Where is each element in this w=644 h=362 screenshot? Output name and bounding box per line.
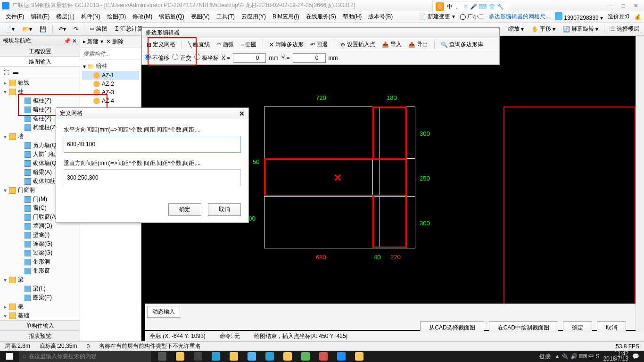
task-icon[interactable] (297, 351, 314, 362)
menu-bim[interactable]: BIM应用(I) (270, 12, 302, 22)
tree-item[interactable]: ▾基础 (2, 311, 78, 320)
ime-bar[interactable]: S 中 ， ☺ 🎤 ⌨ 👕 🔧 (432, 1, 507, 12)
clear-poly-button[interactable]: ✕ 清除多边形 (267, 40, 305, 49)
rotate-button[interactable]: 🔄 屏幕旋转 ▾ (561, 24, 600, 34)
menu-floor[interactable]: 楼层(L) (53, 12, 77, 22)
undo-button[interactable]: ↶▾ (57, 25, 68, 33)
new-component-button[interactable]: ▸ 新建 ▾ (83, 38, 103, 46)
dialog-cancel-button[interactable]: 取消 (208, 203, 241, 216)
taskview-icon[interactable] (154, 351, 171, 362)
y-input[interactable] (293, 53, 326, 63)
app-icon (2, 2, 9, 9)
tab-draw-input[interactable]: 绘图输入 (0, 57, 80, 67)
polar-radio[interactable]: 极坐标 (194, 54, 219, 62)
redo-button[interactable]: ↷ (72, 25, 80, 33)
cortana-search[interactable]: ○ 在这里输入你要搜索的内容 (19, 351, 151, 362)
x-input[interactable] (233, 53, 266, 63)
menu-help[interactable]: 帮助(H) (340, 12, 365, 22)
search-input[interactable] (80, 48, 141, 59)
tree-item[interactable]: ▸轴线 (2, 78, 78, 87)
tiny-btn2[interactable]: ▬ (13, 69, 18, 75)
tree-item[interactable]: 带形窗 (2, 266, 78, 275)
tray-icons[interactable]: ▲ 🔌 🔊 ⌨ 中 S (554, 353, 600, 361)
tree-item[interactable]: 连梁(G) (2, 239, 78, 248)
save-button[interactable]: 💾 (38, 25, 49, 33)
sogou-icon: S (436, 2, 444, 11)
dynamic-input-button[interactable]: 动态输入 (147, 306, 180, 318)
menu-file[interactable]: 文件(F) (3, 12, 27, 22)
dialog-ok-button[interactable]: 确定 (168, 203, 201, 216)
y-label: Y = (281, 55, 289, 61)
phone-label[interactable]: 13907298339 ▾ (555, 12, 603, 21)
draw-button[interactable]: ✏ 绘图 (88, 24, 109, 34)
task-icon[interactable] (207, 351, 224, 362)
menu-modify[interactable]: 修改(M) (130, 12, 155, 22)
pan-button[interactable]: ✋ 平移 ▾ (529, 24, 557, 34)
tree-item[interactable]: 圈梁(E) (2, 293, 78, 302)
tray-link[interactable]: 链接 (539, 353, 551, 361)
new-change-button[interactable]: 📄 新建变更 ▾ (419, 13, 455, 21)
poly-link[interactable]: 多边形编辑器的网格尺... (489, 13, 550, 21)
tree-item[interactable]: ▸板 (2, 302, 78, 311)
task-icon[interactable] (315, 351, 332, 362)
menu-edit[interactable]: 编辑(E) (28, 12, 52, 22)
menu-view[interactable]: 视图(V) (188, 12, 213, 22)
tab-report-preview[interactable]: 报表预览 (0, 331, 80, 341)
h-spacing-input[interactable] (64, 136, 241, 153)
menu-rebar[interactable]: 钢筋量(Q) (156, 12, 187, 22)
start-button[interactable] (0, 351, 19, 362)
menu-tools[interactable]: 工具(T) (214, 12, 238, 22)
tab-project-settings[interactable]: 工程设置 (0, 46, 80, 57)
menu-version[interactable]: 版本号(B) (365, 12, 396, 22)
draw-circle-button[interactable]: ○ 画圆 (239, 40, 258, 49)
task-icon[interactable] (279, 351, 296, 362)
list-item[interactable]: AZ-2 (82, 80, 139, 88)
x-label: X = (222, 55, 230, 61)
export-button[interactable]: 📤 导出 (406, 40, 430, 49)
task-icon[interactable] (351, 351, 368, 362)
pin-icon[interactable]: 📌 ✕ (64, 38, 77, 44)
lower-bar: 动态输入 从CAD选择截面图 在CAD中绘制截面图 确定 取消 (145, 304, 636, 330)
task-icon[interactable] (225, 351, 242, 362)
v-spacing-input[interactable] (64, 169, 241, 186)
task-icon[interactable] (243, 351, 260, 362)
task-icon[interactable] (172, 351, 189, 362)
tiny-btn1[interactable]: ⬚ (4, 69, 9, 75)
task-icon[interactable] (333, 351, 350, 362)
tab-single-input[interactable]: 单构件输入 (0, 321, 80, 331)
undo-poly-button[interactable]: ↶ 回退 (308, 40, 330, 49)
draw-arc-button[interactable]: ◠ 画弧 (215, 40, 236, 49)
delete-component-button[interactable]: ✕ 删除 (106, 38, 124, 46)
import-button[interactable]: 📥 导入 (380, 40, 404, 49)
task-icon[interactable] (190, 351, 206, 362)
menu-component[interactable]: 构件(N) (78, 12, 103, 22)
dialog-close-button[interactable]: ✕ (239, 110, 245, 117)
tree-item[interactable]: 梁(L) (2, 284, 78, 293)
maximize-button[interactable]: □ (622, 2, 625, 9)
user-label[interactable]: ◯ 广小二 (460, 13, 484, 21)
menu-cloud[interactable]: 云应用(Y) (239, 12, 269, 22)
fps-label: 53.8 FPS (616, 343, 639, 350)
dim-label: 250 (420, 175, 430, 182)
floor-height-label: 层高:2.8m (5, 342, 30, 350)
menu-online[interactable]: 在线服务(S) (303, 12, 339, 22)
right-scrollbar[interactable] (636, 36, 644, 341)
task-icon[interactable] (261, 351, 278, 362)
tree-item[interactable]: 带形洞 (2, 257, 78, 266)
tree-item[interactable]: 壁龛(I) (2, 230, 78, 239)
list-root[interactable]: ▾ 📁 暗柱 (82, 61, 139, 71)
list-item[interactable]: AZ-1 (82, 71, 139, 80)
zoom-button[interactable]: 缩放 ▾ (506, 24, 526, 34)
close-button[interactable]: ✕ (634, 2, 638, 9)
tree-item[interactable]: 过梁(G) (2, 248, 78, 257)
insert-point-button[interactable]: ⚙ 设置插入点 (339, 40, 377, 49)
notification-icon[interactable]: 💬 (632, 353, 639, 360)
select-floor-button[interactable]: ☰ 选择楼层 (608, 24, 641, 34)
minimize-button[interactable]: ─ (609, 2, 613, 9)
query-lib-button[interactable]: 🔍 查询多边形库 (439, 40, 485, 49)
open-button[interactable]: 📂▾ (20, 25, 34, 33)
menu-draw[interactable]: 绘图(D) (104, 12, 129, 22)
sum-button[interactable]: Σ 汇总计算 (113, 24, 145, 34)
new-file-button[interactable]: 📄▾ (3, 25, 17, 33)
tree-item[interactable]: ▾梁 (2, 275, 78, 284)
